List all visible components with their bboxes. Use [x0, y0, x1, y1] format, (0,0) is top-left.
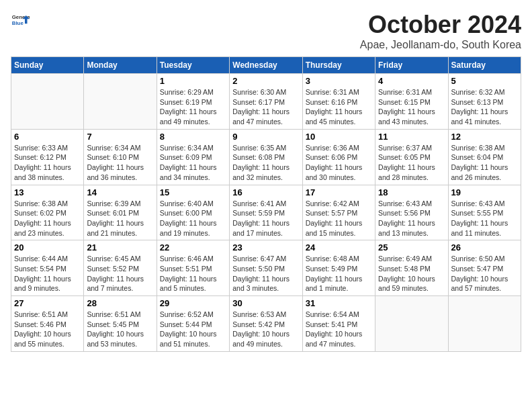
day-number: 17: [306, 187, 372, 197]
table-row: 27Sunrise: 6:51 AM Sunset: 5:46 PM Dayli…: [11, 296, 84, 352]
table-row: [11, 74, 84, 130]
day-number: 3: [306, 76, 372, 86]
day-number: 8: [160, 132, 226, 142]
day-number: 14: [87, 187, 153, 197]
day-info: Sunrise: 6:35 AM Sunset: 6:08 PM Dayligh…: [232, 143, 299, 183]
table-row: 16Sunrise: 6:41 AM Sunset: 5:59 PM Dayli…: [230, 185, 302, 240]
day-info: Sunrise: 6:43 AM Sunset: 5:56 PM Dayligh…: [378, 199, 445, 238]
week-row-2: 6Sunrise: 6:33 AM Sunset: 6:12 PM Daylig…: [11, 129, 521, 185]
day-info: Sunrise: 6:38 AM Sunset: 6:02 PM Dayligh…: [14, 199, 81, 238]
table-row: 14Sunrise: 6:39 AM Sunset: 6:01 PM Dayli…: [84, 185, 157, 240]
day-info: Sunrise: 6:38 AM Sunset: 6:04 PM Dayligh…: [451, 143, 518, 183]
day-number: 31: [306, 298, 372, 308]
week-row-1: 1Sunrise: 6:29 AM Sunset: 6:19 PM Daylig…: [11, 74, 521, 130]
day-number: 15: [160, 187, 226, 197]
table-row: 20Sunrise: 6:44 AM Sunset: 5:54 PM Dayli…: [11, 240, 84, 296]
day-number: 12: [451, 132, 518, 142]
day-number: 30: [232, 298, 299, 308]
day-number: 21: [87, 242, 153, 253]
day-number: 5: [451, 76, 518, 86]
table-row: 10Sunrise: 6:36 AM Sunset: 6:06 PM Dayli…: [302, 129, 375, 185]
day-info: Sunrise: 6:50 AM Sunset: 5:47 PM Dayligh…: [451, 254, 518, 293]
svg-text:Blue: Blue: [12, 20, 24, 26]
table-row: 29Sunrise: 6:52 AM Sunset: 5:44 PM Dayli…: [157, 296, 229, 352]
day-info: Sunrise: 6:51 AM Sunset: 5:45 PM Dayligh…: [87, 310, 153, 349]
table-row: [448, 296, 521, 352]
day-number: 28: [87, 298, 153, 308]
day-number: 20: [14, 242, 81, 253]
table-row: [84, 74, 157, 130]
table-row: 28Sunrise: 6:51 AM Sunset: 5:45 PM Dayli…: [84, 296, 157, 352]
table-row: 9Sunrise: 6:35 AM Sunset: 6:08 PM Daylig…: [230, 129, 302, 185]
table-row: 3Sunrise: 6:31 AM Sunset: 6:16 PM Daylig…: [302, 74, 375, 130]
day-number: 23: [232, 242, 299, 253]
day-number: 19: [451, 187, 518, 197]
day-number: 26: [451, 242, 518, 253]
day-info: Sunrise: 6:32 AM Sunset: 6:13 PM Dayligh…: [451, 87, 518, 127]
day-info: Sunrise: 6:48 AM Sunset: 5:49 PM Dayligh…: [306, 254, 372, 293]
day-info: Sunrise: 6:53 AM Sunset: 5:42 PM Dayligh…: [232, 310, 299, 349]
day-number: 25: [378, 242, 445, 253]
weekday-header-row: Sunday Monday Tuesday Wednesday Thursday…: [11, 57, 521, 74]
day-info: Sunrise: 6:52 AM Sunset: 5:44 PM Dayligh…: [160, 310, 226, 349]
table-row: 26Sunrise: 6:50 AM Sunset: 5:47 PM Dayli…: [448, 240, 521, 296]
day-number: 13: [14, 187, 81, 197]
day-number: 1: [160, 76, 226, 86]
day-info: Sunrise: 6:36 AM Sunset: 6:06 PM Dayligh…: [306, 143, 372, 183]
day-info: Sunrise: 6:31 AM Sunset: 6:16 PM Dayligh…: [306, 87, 372, 127]
day-info: Sunrise: 6:43 AM Sunset: 5:55 PM Dayligh…: [451, 199, 518, 238]
day-number: 18: [378, 187, 445, 197]
day-info: Sunrise: 6:45 AM Sunset: 5:52 PM Dayligh…: [87, 254, 153, 293]
table-row: 8Sunrise: 6:34 AM Sunset: 6:09 PM Daylig…: [157, 129, 229, 185]
day-info: Sunrise: 6:44 AM Sunset: 5:54 PM Dayligh…: [14, 254, 81, 293]
table-row: [375, 296, 448, 352]
day-info: Sunrise: 6:42 AM Sunset: 5:57 PM Dayligh…: [306, 199, 372, 238]
day-number: 16: [232, 187, 299, 197]
table-row: 1Sunrise: 6:29 AM Sunset: 6:19 PM Daylig…: [157, 74, 229, 130]
day-number: 10: [306, 132, 372, 142]
table-row: 5Sunrise: 6:32 AM Sunset: 6:13 PM Daylig…: [448, 74, 521, 130]
day-info: Sunrise: 6:29 AM Sunset: 6:19 PM Dayligh…: [160, 87, 226, 127]
header-friday: Friday: [375, 57, 448, 74]
header-saturday: Saturday: [448, 57, 521, 74]
day-info: Sunrise: 6:54 AM Sunset: 5:41 PM Dayligh…: [306, 310, 372, 349]
calendar-table: Sunday Monday Tuesday Wednesday Thursday…: [11, 56, 521, 352]
page-header: General Blue October 2024 Apae, Jeollana…: [11, 11, 521, 51]
header-monday: Monday: [84, 57, 157, 74]
day-number: 2: [232, 76, 299, 86]
day-info: Sunrise: 6:34 AM Sunset: 6:10 PM Dayligh…: [87, 143, 153, 183]
day-info: Sunrise: 6:51 AM Sunset: 5:46 PM Dayligh…: [14, 310, 81, 349]
day-info: Sunrise: 6:41 AM Sunset: 5:59 PM Dayligh…: [232, 199, 299, 238]
table-row: 31Sunrise: 6:54 AM Sunset: 5:41 PM Dayli…: [302, 296, 375, 352]
table-row: 7Sunrise: 6:34 AM Sunset: 6:10 PM Daylig…: [84, 129, 157, 185]
day-number: 4: [378, 76, 445, 86]
day-info: Sunrise: 6:34 AM Sunset: 6:09 PM Dayligh…: [160, 143, 226, 183]
calendar-title: October 2024: [360, 11, 521, 39]
header-thursday: Thursday: [302, 57, 375, 74]
day-info: Sunrise: 6:33 AM Sunset: 6:12 PM Dayligh…: [14, 143, 81, 183]
table-row: 23Sunrise: 6:47 AM Sunset: 5:50 PM Dayli…: [230, 240, 302, 296]
day-number: 6: [14, 132, 81, 142]
table-row: 2Sunrise: 6:30 AM Sunset: 6:17 PM Daylig…: [230, 74, 302, 130]
header-sunday: Sunday: [11, 57, 84, 74]
table-row: 30Sunrise: 6:53 AM Sunset: 5:42 PM Dayli…: [230, 296, 302, 352]
day-number: 29: [160, 298, 226, 308]
day-number: 24: [306, 242, 372, 253]
table-row: 13Sunrise: 6:38 AM Sunset: 6:02 PM Dayli…: [11, 185, 84, 240]
day-number: 11: [378, 132, 445, 142]
table-row: 24Sunrise: 6:48 AM Sunset: 5:49 PM Dayli…: [302, 240, 375, 296]
table-row: 11Sunrise: 6:37 AM Sunset: 6:05 PM Dayli…: [375, 129, 448, 185]
day-number: 7: [87, 132, 153, 142]
week-row-4: 20Sunrise: 6:44 AM Sunset: 5:54 PM Dayli…: [11, 240, 521, 296]
week-row-5: 27Sunrise: 6:51 AM Sunset: 5:46 PM Dayli…: [11, 296, 521, 352]
day-info: Sunrise: 6:40 AM Sunset: 6:00 PM Dayligh…: [160, 199, 226, 238]
table-row: 15Sunrise: 6:40 AM Sunset: 6:00 PM Dayli…: [157, 185, 229, 240]
day-info: Sunrise: 6:46 AM Sunset: 5:51 PM Dayligh…: [160, 254, 226, 293]
table-row: 21Sunrise: 6:45 AM Sunset: 5:52 PM Dayli…: [84, 240, 157, 296]
table-row: 6Sunrise: 6:33 AM Sunset: 6:12 PM Daylig…: [11, 129, 84, 185]
table-row: 25Sunrise: 6:49 AM Sunset: 5:48 PM Dayli…: [375, 240, 448, 296]
table-row: 17Sunrise: 6:42 AM Sunset: 5:57 PM Dayli…: [302, 185, 375, 240]
logo-icon: General Blue: [11, 11, 30, 30]
day-info: Sunrise: 6:30 AM Sunset: 6:17 PM Dayligh…: [232, 87, 299, 127]
header-wednesday: Wednesday: [230, 57, 302, 74]
